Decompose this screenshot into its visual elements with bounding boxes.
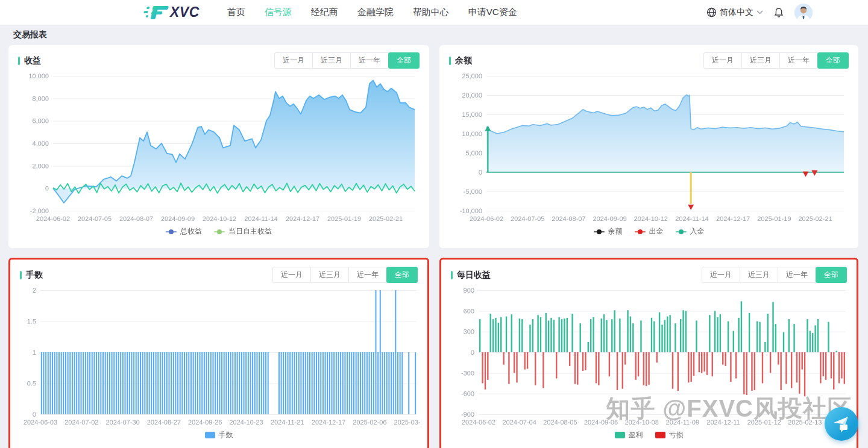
legend-swatch-icon xyxy=(214,229,225,234)
menu-item-3[interactable]: 金融学院 xyxy=(357,7,394,18)
range-button-0[interactable]: 近一月 xyxy=(703,52,742,69)
menu-item-1[interactable]: 信号源 xyxy=(265,7,292,18)
legend-label: 当日自主收益 xyxy=(228,226,272,237)
legend-item[interactable]: 余额 xyxy=(594,226,623,237)
lots-bar-chart[interactable] xyxy=(20,284,421,429)
panel-lots-title: 手数 xyxy=(20,270,43,281)
legend-swatch-icon xyxy=(166,229,177,234)
balance-area-chart[interactable] xyxy=(449,70,849,225)
panel-lots: 手数 近一月近三月近一年全部 手数 xyxy=(8,258,429,448)
range-group-daily-income: 近一月近三月近一年全部 xyxy=(702,267,847,283)
legend-item[interactable]: 盈利 xyxy=(615,430,643,440)
main-menu: 首页信号源经纪商金融学院帮助中心申请VC资金 xyxy=(227,7,517,18)
legend-item[interactable]: 入金 xyxy=(676,226,705,237)
chat-fab-button[interactable] xyxy=(825,407,858,441)
legend-item[interactable]: 亏损 xyxy=(655,430,684,440)
panel-daily-income-title: 每日收益 xyxy=(451,270,491,281)
legend-label: 出金 xyxy=(649,226,664,237)
globe-icon xyxy=(706,7,717,17)
legend-swatch-icon xyxy=(655,432,665,438)
legend-item[interactable]: 手数 xyxy=(205,430,233,440)
legend-lots: 手数 xyxy=(20,430,418,440)
legend-label: 余额 xyxy=(608,226,623,237)
range-button-2[interactable]: 近一年 xyxy=(348,267,387,283)
range-button-1[interactable]: 近三月 xyxy=(740,267,778,283)
legend-swatch-icon xyxy=(676,229,687,234)
panel-balance: 余额 近一月近三月近一年全部 余额出金入金 xyxy=(439,45,858,248)
range-button-3[interactable]: 全部 xyxy=(388,52,420,69)
range-group-balance: 近一月近三月近一年全部 xyxy=(704,52,849,69)
range-button-0[interactable]: 近一月 xyxy=(274,52,313,69)
legend-swatch-icon xyxy=(205,432,215,438)
panel-daily-income: 每日收益 近一月近三月近一年全部 盈利亏损 xyxy=(439,258,858,448)
range-button-0[interactable]: 近一月 xyxy=(272,267,311,283)
legend-swatch-icon xyxy=(594,229,605,234)
title-marker xyxy=(451,271,453,279)
range-button-0[interactable]: 近一月 xyxy=(702,267,740,283)
legend-balance: 余额出金入金 xyxy=(449,226,849,237)
range-button-1[interactable]: 近三月 xyxy=(741,52,780,69)
range-group-lots: 近一月近三月近一年全部 xyxy=(273,267,418,283)
range-button-1[interactable]: 近三月 xyxy=(310,267,349,283)
panel-income-title: 收益 xyxy=(18,55,41,66)
user-avatar[interactable] xyxy=(794,4,813,22)
panel-income: 收益 近一月近三月近一年全部 总收益当日自主收益 xyxy=(8,45,429,248)
chevron-down-icon xyxy=(756,10,763,14)
logo[interactable]: XVC xyxy=(142,4,200,22)
range-button-3[interactable]: 全部 xyxy=(816,267,847,283)
range-group-income: 近一月近三月近一年全部 xyxy=(275,52,420,69)
range-button-2[interactable]: 近一年 xyxy=(778,267,816,283)
legend-swatch-icon xyxy=(635,229,646,234)
range-button-3[interactable]: 全部 xyxy=(817,52,849,69)
range-button-2[interactable]: 近一年 xyxy=(350,52,389,69)
title-marker xyxy=(18,57,20,65)
legend-label: 总收益 xyxy=(180,226,202,237)
legend-label: 亏损 xyxy=(669,430,684,440)
page-title: 交易报表 xyxy=(13,30,868,40)
legend-label: 手数 xyxy=(219,430,233,440)
title-marker xyxy=(20,271,22,279)
logo-f-icon xyxy=(142,4,169,22)
logo-text: XVC xyxy=(170,4,200,20)
legend-label: 盈利 xyxy=(629,430,643,440)
language-switcher[interactable]: 简体中文 xyxy=(706,7,763,18)
menu-item-0[interactable]: 首页 xyxy=(227,7,245,18)
legend-income: 总收益当日自主收益 xyxy=(18,226,420,237)
legend-item[interactable]: 总收益 xyxy=(166,226,202,237)
legend-item[interactable]: 出金 xyxy=(635,226,664,237)
range-button-2[interactable]: 近一年 xyxy=(779,52,818,69)
range-button-1[interactable]: 近三月 xyxy=(312,52,351,69)
daily-income-bar-chart[interactable] xyxy=(451,284,851,429)
menu-item-4[interactable]: 帮助中心 xyxy=(413,7,449,18)
legend-swatch-icon xyxy=(615,432,625,438)
paper-plane-chat-icon xyxy=(832,415,851,433)
language-label: 简体中文 xyxy=(720,7,753,18)
top-nav: XVC 首页信号源经纪商金融学院帮助中心申请VC资金 简体中文 xyxy=(0,0,868,25)
title-marker xyxy=(449,57,451,65)
notifications-bell-icon[interactable] xyxy=(774,7,784,18)
panel-balance-title: 余额 xyxy=(449,55,472,66)
menu-item-2[interactable]: 经纪商 xyxy=(311,7,338,18)
income-area-chart[interactable] xyxy=(18,70,420,225)
legend-daily-income: 盈利亏损 xyxy=(451,430,847,440)
legend-item[interactable]: 当日自主收益 xyxy=(214,226,272,237)
range-button-3[interactable]: 全部 xyxy=(386,267,418,283)
menu-item-5[interactable]: 申请VC资金 xyxy=(468,7,517,18)
legend-label: 入金 xyxy=(690,226,705,237)
